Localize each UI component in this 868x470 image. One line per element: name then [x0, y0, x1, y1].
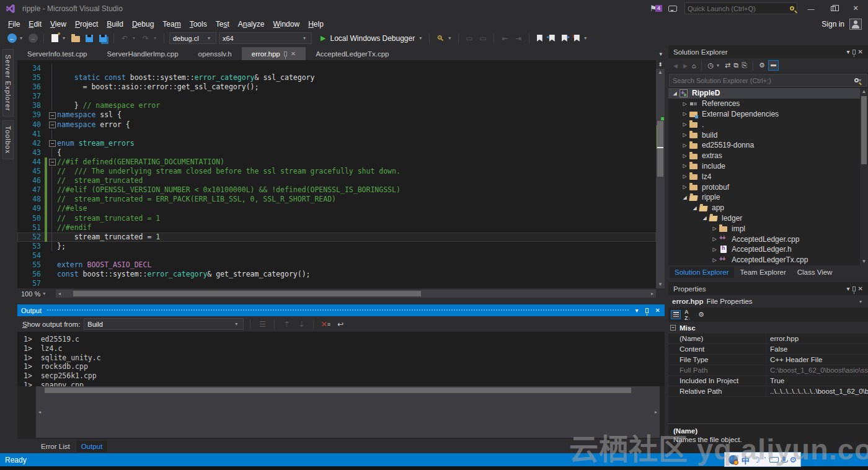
- expanded-arrow-icon[interactable]: ◢: [701, 215, 709, 221]
- tree-item-acceptedledger.cpp[interactable]: ▷AcceptedLedger.cpp: [668, 234, 868, 244]
- menu-debug[interactable]: Debug: [128, 18, 158, 30]
- panel-tab-team-explorer[interactable]: Team Explorer: [735, 267, 791, 278]
- solution-search-input[interactable]: [673, 77, 854, 84]
- output-line[interactable]: 1> rocksdb.cpp: [24, 362, 665, 371]
- menu-window[interactable]: Window: [268, 18, 304, 30]
- avatar[interactable]: [849, 19, 862, 30]
- previous-bookmark-icon[interactable]: ◂: [547, 33, 557, 43]
- ime-microphone-icon[interactable]: [782, 456, 786, 461]
- next-bookmark-icon[interactable]: ▸: [559, 33, 569, 43]
- property-value[interactable]: False: [766, 344, 868, 354]
- scroll-thumb[interactable]: [861, 96, 867, 164]
- debug-target-button[interactable]: Local Windows Debugger: [328, 34, 417, 43]
- editor-tab-ServerHandlerImp.cpp[interactable]: ServerHandlerImp.cpp: [97, 47, 188, 60]
- expanded-arrow-icon[interactable]: ◢: [681, 195, 689, 200]
- editor-tab-opensslv.h[interactable]: opensslv.h: [188, 47, 242, 60]
- properties-pages-icon[interactable]: ⎘: [742, 61, 747, 69]
- save-button[interactable]: [84, 33, 95, 44]
- property-row-relative-path[interactable]: Relative Path..\..\..\..\..\..\..\..\boo…: [668, 386, 868, 397]
- output-line[interactable]: 1> lz4.c: [24, 344, 665, 353]
- tree-item-extras[interactable]: ▷extras: [668, 151, 868, 161]
- fold-box-icon[interactable]: [49, 139, 57, 148]
- panel-tab-solution-explorer[interactable]: Solution Explorer: [670, 267, 734, 278]
- close-icon[interactable]: ✕: [856, 285, 866, 292]
- scroll-right-arrow[interactable]: ▸: [652, 409, 660, 415]
- fold-box-icon[interactable]: [49, 120, 57, 130]
- uncomment-selection-icon[interactable]: ▭: [477, 33, 489, 44]
- attach-to-process-icon[interactable]: 🔍︎: [435, 33, 446, 44]
- fold-box-icon[interactable]: [49, 157, 57, 167]
- expanded-arrow-icon[interactable]: ◢: [671, 91, 679, 96]
- editor-horizontal-scrollbar[interactable]: ◂ ▸: [56, 290, 656, 298]
- solution-explorer-titlebar[interactable]: Solution Explorer ▾ ✕: [668, 45, 868, 58]
- tree-item-build[interactable]: ▷build: [668, 130, 868, 140]
- open-file-button[interactable]: [70, 33, 81, 44]
- output-text[interactable]: 1> ed25519.c1> lz4.c1> sqlite_unity.c1> …: [17, 332, 665, 386]
- scroll-left-arrow[interactable]: ◂: [36, 409, 43, 415]
- output-source-select[interactable]: Build▾: [84, 318, 244, 330]
- close-icon[interactable]: ✕: [653, 307, 662, 314]
- property-row-content[interactable]: ContentFalse: [668, 344, 868, 355]
- properties-object-select[interactable]: error.hpp File Properties ▾: [668, 295, 868, 308]
- property-row-file-type[interactable]: File TypeC++ Header File: [668, 355, 868, 365]
- new-file-dropdown[interactable]: ▾: [63, 35, 68, 41]
- properties-titlebar[interactable]: Properties ▾ ✕: [668, 282, 868, 295]
- sync-with-active-document-icon[interactable]: ⇄: [725, 61, 730, 69]
- increase-indent-icon[interactable]: ⇥: [513, 33, 524, 44]
- find-message-icon[interactable]: ☰: [257, 319, 268, 330]
- tree-item-ledger[interactable]: ◢ledger: [668, 213, 868, 224]
- ime-fullwidth-icon[interactable]: ☽: [753, 455, 761, 464]
- home-icon[interactable]: ⌂: [692, 62, 696, 69]
- filter-dropdown[interactable]: ▾: [717, 63, 722, 68]
- alphabetical-sort-icon[interactable]: AZ↓: [684, 309, 691, 321]
- bottom-tab-error-list[interactable]: Error List: [36, 441, 75, 452]
- tree-item-impl[interactable]: ▷impl: [668, 223, 868, 234]
- solution-search-box[interactable]: ▾: [669, 74, 867, 87]
- notifications-flag-icon[interactable]: ⚑ 4: [650, 4, 663, 14]
- new-file-button[interactable]: [49, 33, 60, 44]
- output-panel-titlebar[interactable]: Output ▾ ✕: [17, 304, 665, 316]
- property-value[interactable]: ..\..\..\..\..\..\..\..\boost_1_62_0\boo…: [766, 386, 868, 396]
- back-icon[interactable]: ◄: [672, 62, 679, 69]
- ime-language-icon[interactable]: 中: [742, 454, 750, 466]
- scroll-thumb[interactable]: [73, 291, 421, 296]
- property-row--name-[interactable]: (Name)error.hpp: [668, 334, 868, 344]
- collapsed-arrow-icon[interactable]: ▷: [681, 101, 689, 107]
- previous-message-icon[interactable]: ⇡: [281, 319, 292, 330]
- drag-handle[interactable]: [46, 309, 629, 312]
- navigate-forward-button[interactable]: →: [27, 33, 38, 44]
- menu-test[interactable]: Test: [211, 18, 234, 30]
- output-line[interactable]: 1> secp256k1.cpp: [24, 371, 665, 381]
- category-row[interactable]: − Misc: [668, 322, 868, 334]
- tree-item-app[interactable]: ◢app: [668, 203, 868, 213]
- tree-item-ripple[interactable]: ◢ripple: [668, 192, 868, 203]
- pending-changes-filter-icon[interactable]: ◷: [707, 61, 714, 69]
- scroll-right-arrow[interactable]: ▸: [649, 291, 656, 296]
- minimize-button[interactable]: —: [802, 2, 820, 15]
- tree-item-acceptedledger.h[interactable]: ▷AcceptedLedger.h: [668, 244, 868, 255]
- tree-item-external-dependencies[interactable]: ▷External Dependencies: [668, 109, 868, 120]
- collapse-category-icon[interactable]: −: [670, 325, 676, 330]
- menu-build[interactable]: Build: [102, 18, 128, 30]
- collapsed-arrow-icon[interactable]: ▷: [681, 174, 689, 179]
- next-message-icon[interactable]: ⇣: [296, 319, 307, 330]
- tree-item-lz4[interactable]: ▷lz4: [668, 171, 868, 182]
- collapsed-arrow-icon[interactable]: ▷: [681, 132, 689, 138]
- menu-analyze[interactable]: Analyze: [234, 18, 269, 30]
- menu-help[interactable]: Help: [304, 18, 328, 30]
- ime-punctuation-icon[interactable]: ’: [764, 455, 766, 464]
- bottom-tab-output[interactable]: Output: [76, 441, 108, 452]
- property-pages-icon[interactable]: ⚙: [698, 311, 704, 319]
- redo-button[interactable]: ↷: [140, 33, 151, 44]
- navigate-backward-dropdown[interactable]: ▾: [20, 35, 25, 41]
- tree-item-rippled[interactable]: ◢RippleD: [668, 88, 868, 99]
- window-position-dropdown[interactable]: ▾: [844, 48, 852, 55]
- clear-all-icon[interactable]: ✕≡: [320, 319, 331, 330]
- property-value[interactable]: error.hpp: [766, 334, 868, 344]
- editor-tab-AcceptedLedgerTx.cpp[interactable]: AcceptedLedgerTx.cpp: [306, 47, 399, 60]
- property-value[interactable]: True: [766, 376, 868, 386]
- collapsed-arrow-icon[interactable]: ▷: [681, 111, 689, 117]
- close-icon[interactable]: ✕: [856, 48, 866, 55]
- zoom-select[interactable]: 100 %▾: [17, 290, 56, 298]
- menu-view[interactable]: View: [46, 18, 71, 30]
